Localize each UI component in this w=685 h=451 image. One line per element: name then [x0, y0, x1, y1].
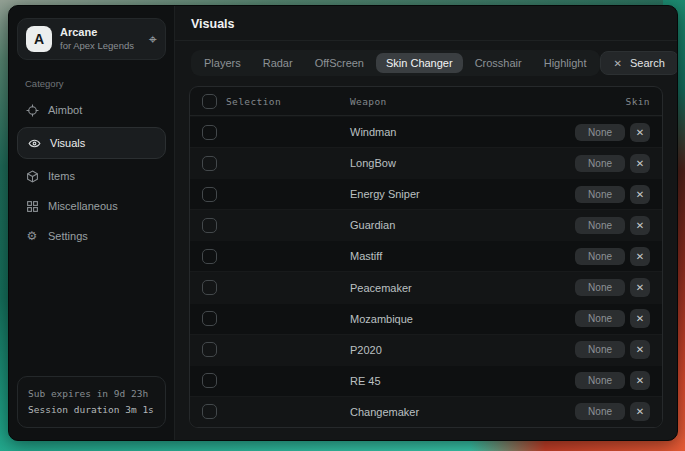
sidebar-item-items[interactable]: Items [9, 161, 174, 191]
category-label: Category [25, 78, 158, 89]
clear-skin-button[interactable]: ✕ [630, 278, 650, 297]
row-checkbox[interactable] [202, 404, 217, 419]
row-checkbox[interactable] [202, 311, 217, 326]
weapon-name: LongBow [350, 157, 518, 169]
tab-radar[interactable]: Radar [253, 53, 303, 73]
column-header-selection: Selection [226, 96, 281, 107]
sidebar-item-label: Aimbot [48, 104, 82, 116]
skin-select[interactable]: None [575, 186, 625, 203]
crosshair-icon [25, 103, 39, 117]
tab-skin-changer[interactable]: Skin Changer [376, 53, 463, 73]
search-button[interactable]: ✕ Search [600, 51, 678, 75]
table-row: Guardian None ✕ [190, 209, 662, 240]
skin-select[interactable]: None [575, 403, 625, 420]
brand-text: Arcane for Apex Legends [60, 26, 141, 52]
tab-highlight[interactable]: Highlight [534, 53, 597, 73]
table-row: Energy Sniper None ✕ [190, 178, 662, 209]
gear-icon: ⚙ [25, 229, 39, 243]
app-title: Arcane [60, 26, 141, 40]
sub-expiry-text: Sub expires in 9d 23h [28, 386, 155, 402]
skin-table: Selection Weapon Skin Windman None ✕ Lon… [189, 86, 663, 428]
clear-skin-button[interactable]: ✕ [630, 185, 650, 204]
select-all-checkbox[interactable] [202, 94, 217, 109]
sidebar-item-miscellaneous[interactable]: Miscellaneous [9, 191, 174, 221]
page-title: Visuals [191, 17, 661, 31]
row-checkbox[interactable] [202, 373, 217, 388]
skin-select[interactable]: None [575, 155, 625, 172]
clear-skin-button[interactable]: ✕ [630, 216, 650, 235]
table-body: Windman None ✕ LongBow None ✕ [190, 116, 662, 427]
skin-select[interactable]: None [575, 279, 625, 296]
sidebar: A Arcane for Apex Legends ⌖ Category Aim… [9, 6, 175, 440]
row-checkbox[interactable] [202, 187, 217, 202]
row-checkbox[interactable] [202, 280, 217, 295]
table-header-row: Selection Weapon Skin [190, 87, 662, 116]
table-row: Windman None ✕ [190, 116, 662, 147]
x-icon: ✕ [614, 58, 622, 69]
eye-scan-icon [27, 136, 41, 150]
column-header-weapon: Weapon [350, 96, 518, 107]
table-row: Changemaker None ✕ [190, 396, 662, 427]
target-icon[interactable]: ⌖ [149, 32, 157, 46]
clear-skin-button[interactable]: ✕ [630, 309, 650, 328]
tab-bar: Players Radar OffScreen Skin Changer Cro… [191, 50, 600, 76]
app-logo: A [26, 26, 52, 52]
main-panel: Visuals Players Radar OffScreen Skin Cha… [175, 6, 677, 440]
clear-skin-button[interactable]: ✕ [630, 247, 650, 266]
skin-select[interactable]: None [575, 124, 625, 141]
sidebar-item-aimbot[interactable]: Aimbot [9, 95, 174, 125]
cube-icon [25, 169, 39, 183]
weapon-name: Mozambique [350, 313, 518, 325]
row-checkbox[interactable] [202, 218, 217, 233]
app-subtitle: for Apex Legends [60, 40, 141, 52]
clear-skin-button[interactable]: ✕ [630, 154, 650, 173]
table-row: RE 45 None ✕ [190, 365, 662, 396]
row-checkbox[interactable] [202, 342, 217, 357]
tab-crosshair[interactable]: Crosshair [465, 53, 532, 73]
weapon-name: Windman [350, 126, 518, 138]
weapon-name: RE 45 [350, 375, 518, 387]
subscription-info-card: Sub expires in 9d 23h Session duration 3… [17, 376, 166, 428]
weapon-name: Changemaker [350, 406, 518, 418]
row-checkbox[interactable] [202, 156, 217, 171]
brand-card: A Arcane for Apex Legends ⌖ [17, 18, 166, 60]
sidebar-item-label: Items [48, 170, 75, 182]
clear-skin-button[interactable]: ✕ [630, 402, 650, 421]
sidebar-item-label: Settings [48, 230, 88, 242]
session-duration-text: Session duration 3m 1s [28, 402, 155, 418]
skin-select[interactable]: None [575, 341, 625, 358]
sidebar-item-label: Visuals [50, 137, 85, 149]
arcane-window: A Arcane for Apex Legends ⌖ Category Aim… [8, 5, 678, 441]
skin-select[interactable]: None [575, 248, 625, 265]
toolbar: Players Radar OffScreen Skin Changer Cro… [175, 41, 677, 84]
weapon-name: Energy Sniper [350, 188, 518, 200]
tab-offscreen[interactable]: OffScreen [305, 53, 374, 73]
skin-select[interactable]: None [575, 372, 625, 389]
weapon-name: P2020 [350, 344, 518, 356]
search-button-label: Search [630, 57, 665, 69]
tab-players[interactable]: Players [194, 53, 251, 73]
skin-select[interactable]: None [575, 310, 625, 327]
sidebar-item-label: Miscellaneous [48, 200, 118, 212]
weapon-name: Mastiff [350, 250, 518, 262]
row-checkbox[interactable] [202, 125, 217, 140]
weapon-name: Peacemaker [350, 282, 518, 294]
grid-icon [25, 199, 39, 213]
clear-skin-button[interactable]: ✕ [630, 123, 650, 142]
table-row: Mozambique None ✕ [190, 303, 662, 334]
clear-skin-button[interactable]: ✕ [630, 371, 650, 390]
table-row: LongBow None ✕ [190, 147, 662, 178]
sidebar-item-visuals[interactable]: Visuals [17, 127, 166, 159]
table-row: P2020 None ✕ [190, 334, 662, 365]
skin-select[interactable]: None [575, 217, 625, 234]
clear-skin-button[interactable]: ✕ [630, 340, 650, 359]
sidebar-item-settings[interactable]: ⚙ Settings [9, 221, 174, 251]
table-row: Peacemaker None ✕ [190, 271, 662, 302]
column-header-skin: Skin [518, 96, 650, 107]
main-header: Visuals [175, 6, 677, 41]
row-checkbox[interactable] [202, 249, 217, 264]
weapon-name: Guardian [350, 219, 518, 231]
table-row: Mastiff None ✕ [190, 240, 662, 271]
